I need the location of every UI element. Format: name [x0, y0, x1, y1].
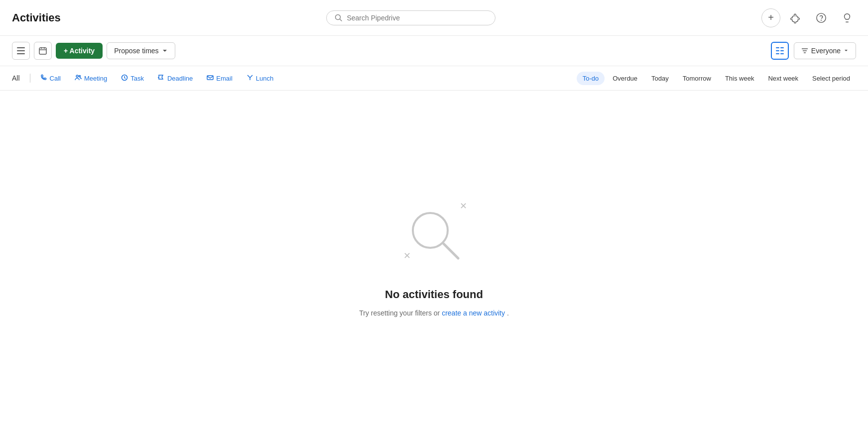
filter-chip-email[interactable]: Email: [201, 72, 239, 85]
svg-line-28: [444, 244, 458, 258]
filter-today[interactable]: Today: [645, 72, 675, 85]
empty-state: ✕ ✕ No activities found Try resetting yo…: [0, 91, 868, 421]
meeting-icon: [75, 74, 82, 83]
deadline-label: Deadline: [167, 75, 193, 82]
svg-point-21: [76, 75, 78, 77]
create-activity-link[interactable]: create a new activity: [442, 309, 505, 317]
search-icon: [335, 14, 343, 22]
x-mark-bottom: ✕: [403, 251, 411, 260]
meeting-label: Meeting: [84, 75, 107, 82]
call-label: Call: [50, 75, 61, 82]
search-bar: [67, 10, 755, 25]
svg-rect-6: [17, 50, 25, 51]
filter-bar: All Call: [0, 66, 868, 91]
empty-state-illustration: ✕ ✕: [394, 195, 474, 274]
magnifier-svg: [404, 205, 464, 264]
add-activity-label: + Activity: [64, 47, 95, 55]
filter-all[interactable]: All: [12, 71, 26, 85]
call-icon: [40, 74, 47, 83]
svg-rect-16: [776, 53, 779, 54]
everyone-label: Everyone: [811, 47, 841, 55]
svg-rect-13: [780, 47, 784, 48]
svg-rect-7: [17, 53, 25, 54]
top-header: Activities +: [0, 0, 868, 36]
list-view-toggle[interactable]: [771, 42, 789, 60]
email-label: Email: [216, 75, 233, 82]
filter-chip-lunch[interactable]: Lunch: [241, 72, 279, 85]
filter-next-week[interactable]: Next week: [762, 72, 804, 85]
empty-subtitle: Try resetting your filters or create a n…: [359, 309, 509, 317]
svg-rect-15: [780, 50, 784, 51]
lunch-icon: [247, 74, 253, 83]
svg-point-3: [821, 20, 822, 20]
task-icon: [121, 74, 128, 83]
filter-select-period[interactable]: Select period: [806, 72, 856, 85]
filter-left: All Call: [12, 71, 577, 85]
everyone-filter-button[interactable]: Everyone: [794, 42, 856, 59]
filter-chip-call[interactable]: Call: [34, 72, 67, 85]
filter-chip-task[interactable]: Task: [115, 72, 150, 85]
svg-rect-25: [207, 76, 213, 80]
toolbar-right: Everyone: [771, 42, 856, 60]
empty-subtitle-text: Try resetting your filters or: [359, 309, 442, 317]
filter-divider: [30, 74, 30, 83]
puzzle-icon-button[interactable]: [786, 9, 804, 27]
search-wrapper[interactable]: [326, 10, 496, 25]
filter-tomorrow[interactable]: Tomorrow: [677, 72, 717, 85]
toolbar: + Activity Propose times: [0, 36, 868, 66]
filter-todo[interactable]: To-do: [577, 72, 605, 85]
filter-chip-meeting[interactable]: Meeting: [69, 72, 113, 85]
task-label: Task: [130, 75, 144, 82]
svg-rect-5: [17, 47, 25, 48]
svg-rect-8: [39, 48, 46, 54]
filter-right: To-do Overdue Today Tomorrow This week N…: [577, 72, 856, 85]
filter-this-week[interactable]: This week: [719, 72, 760, 85]
idea-icon-button[interactable]: [838, 9, 856, 27]
app-title: Activities: [12, 11, 61, 24]
filter-overdue[interactable]: Overdue: [607, 72, 643, 85]
help-icon-button[interactable]: [812, 9, 830, 27]
deadline-icon: [158, 74, 165, 83]
svg-rect-14: [776, 50, 779, 51]
lunch-label: Lunch: [256, 75, 273, 82]
list-menu-button[interactable]: [12, 42, 30, 60]
propose-times-button[interactable]: Propose times: [107, 42, 175, 59]
header-icons: [786, 9, 856, 27]
svg-point-22: [79, 75, 80, 77]
email-icon: [207, 74, 214, 83]
filter-chip-deadline[interactable]: Deadline: [152, 72, 199, 85]
global-add-button[interactable]: +: [761, 8, 780, 27]
add-activity-button[interactable]: + Activity: [56, 43, 103, 59]
toolbar-left: + Activity Propose times: [12, 42, 766, 60]
svg-rect-12: [776, 47, 779, 48]
main-content: + Activity Propose times: [0, 36, 868, 421]
calendar-view-button[interactable]: [34, 42, 52, 60]
svg-point-2: [817, 13, 826, 22]
svg-line-1: [340, 19, 342, 21]
empty-title: No activities found: [385, 288, 483, 301]
propose-times-label: Propose times: [114, 47, 158, 55]
svg-point-27: [413, 213, 448, 248]
svg-rect-17: [780, 53, 784, 54]
plus-icon: +: [768, 12, 774, 23]
empty-subtitle-end: .: [507, 309, 509, 317]
search-input[interactable]: [347, 14, 487, 22]
